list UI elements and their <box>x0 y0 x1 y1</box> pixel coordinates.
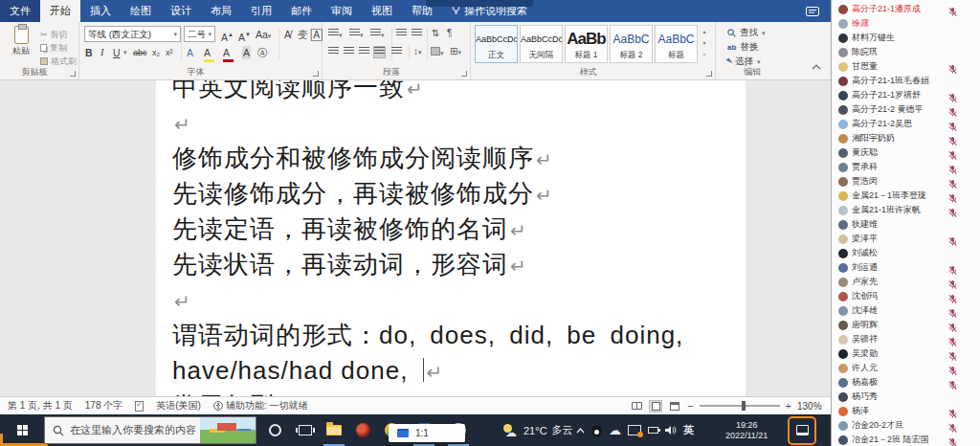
numbering-icon[interactable]: ▾ <box>349 29 364 39</box>
participant-row[interactable]: 湘阳宇奶奶 <box>832 131 980 145</box>
document-line[interactable]: 修饰成分和被修饰成分阅读顺序↵ <box>172 141 746 176</box>
document-canvas[interactable]: 中英文阅读顺序一致↵ ↵ 修饰成分和被修饰成分阅读顺序↵ 先读修饰成分，再读被修… <box>0 80 831 396</box>
multilevel-list-icon[interactable]: ▾ <box>370 29 385 39</box>
mic-muted-icon[interactable] <box>948 205 957 215</box>
participant-row[interactable]: 吴疆祥 <box>832 332 980 346</box>
styles-scroll-up-icon[interactable]: ▴ <box>700 26 709 37</box>
increase-indent-icon[interactable] <box>412 29 422 39</box>
action-center-button[interactable] <box>788 416 816 445</box>
mic-muted-icon[interactable] <box>948 133 957 144</box>
bold-button[interactable]: B <box>85 46 93 59</box>
shrink-font-button[interactable]: A▼ <box>238 28 251 44</box>
ribbon-tab[interactable]: 设计 <box>161 0 201 22</box>
participant-row[interactable]: 杨泽 <box>832 404 980 418</box>
read-mode-icon[interactable] <box>630 400 643 413</box>
font-name-select[interactable]: 等线 (西文正文)▾ <box>84 26 181 42</box>
taskbar-search-input[interactable]: 在这里输入你要搜索的内容 <box>44 416 256 444</box>
file-explorer-button[interactable] <box>320 414 348 446</box>
style-card[interactable]: AaBbCcDc 无间隔 <box>520 25 563 63</box>
web-layout-icon[interactable] <box>668 400 681 413</box>
mic-muted-icon[interactable] <box>948 363 957 373</box>
underline-button[interactable]: U <box>113 46 121 59</box>
collapse-ribbon-icon[interactable] <box>812 56 821 74</box>
participant-row[interactable]: 高分子21-2 黄德平 <box>832 102 980 117</box>
style-card[interactable]: AaBbC 标题 2 <box>610 25 653 63</box>
highlight-button[interactable]: A <box>204 46 214 62</box>
mic-muted-icon[interactable] <box>948 406 957 416</box>
cortana-button[interactable] <box>260 414 289 446</box>
mic-muted-icon[interactable] <box>948 277 957 287</box>
display-share-icon[interactable] <box>628 425 641 435</box>
grow-font-button[interactable]: A▲ <box>221 28 234 44</box>
participant-row[interactable]: 徐露 <box>832 16 980 31</box>
italic-button[interactable]: I <box>100 46 104 59</box>
copy-button[interactable]: 复制 <box>40 41 77 55</box>
participant-row[interactable]: 杨嘉极 <box>832 375 980 390</box>
document-page[interactable]: 中英文阅读顺序一致↵ ↵ 修饰成分和被修饰成分阅读顺序↵ 先读修饰成分，再读被修… <box>156 80 746 396</box>
character-shading-button[interactable]: A <box>242 46 251 59</box>
mic-muted-icon[interactable] <box>948 147 957 158</box>
task-view-button[interactable] <box>291 414 320 446</box>
change-case-button[interactable]: Aa▾ <box>256 28 271 43</box>
accessibility-status[interactable]: 辅助功能: 一切就绪 <box>213 399 308 413</box>
participant-row[interactable]: 许人元 <box>832 361 980 375</box>
styles-dialog-launcher[interactable] <box>706 71 712 77</box>
mic-muted-icon[interactable] <box>948 334 957 345</box>
cut-button[interactable]: ✂剪切 <box>40 28 77 41</box>
title-search-box[interactable] <box>426 0 533 7</box>
align-center-icon[interactable] <box>344 47 354 57</box>
mic-muted-icon[interactable] <box>948 176 957 187</box>
participant-row[interactable]: 沈泽雄 <box>832 303 980 318</box>
cloud-sync-icon[interactable]: ☁ <box>609 423 621 437</box>
red-app-button[interactable] <box>348 414 377 446</box>
zoom-ratio-popup[interactable]: 1:1 <box>389 424 465 442</box>
participant-row[interactable]: 黄庆聪 <box>832 145 980 160</box>
line-spacing-icon[interactable]: ↕▾ <box>413 46 422 56</box>
battery-icon[interactable] <box>648 427 658 434</box>
participant-row[interactable]: 冶金21－2班 陆宏国 <box>832 433 980 446</box>
zoom-level[interactable]: 130% <box>797 401 826 412</box>
superscript-button[interactable]: x² <box>166 46 173 59</box>
comment-icon[interactable] <box>806 5 819 22</box>
mic-muted-icon[interactable] <box>948 234 957 244</box>
font-color-button[interactable]: A <box>223 46 234 62</box>
style-card[interactable]: AaBbCcDc 正文 <box>475 25 518 63</box>
justify-icon[interactable] <box>374 47 385 57</box>
mic-muted-icon[interactable] <box>948 4 957 14</box>
participant-row[interactable]: 唐明辉 <box>832 318 980 332</box>
character-border-button[interactable]: 🄰 <box>311 28 323 41</box>
ribbon-tab[interactable]: 引用 <box>241 0 281 22</box>
decrease-indent-icon[interactable] <box>396 29 407 39</box>
document-line[interactable]: 先读状语，再读动词，形容词↵ <box>172 247 746 282</box>
font-size-select[interactable]: 二号▾ <box>184 26 215 42</box>
participant-row[interactable]: 冶金20-2才旦 <box>832 418 980 433</box>
hidden-icons-chevron[interactable] <box>576 428 585 434</box>
mic-muted-icon[interactable] <box>948 320 957 330</box>
mic-muted-icon[interactable] <box>948 104 957 115</box>
chevron-down-icon[interactable]: ▾ <box>123 46 127 59</box>
mic-muted-icon[interactable] <box>948 291 957 301</box>
mic-muted-icon[interactable] <box>948 377 957 388</box>
strikethrough-button[interactable]: abc <box>133 46 147 59</box>
paste-button[interactable]: 粘贴 <box>6 26 36 57</box>
participant-row[interactable]: 狄建维 <box>832 217 980 232</box>
participant-row[interactable]: 刘运通 <box>832 260 980 275</box>
sort-icon[interactable]: ⇅ <box>432 28 439 38</box>
mic-muted-icon[interactable] <box>948 420 957 431</box>
style-card[interactable]: AaBbC 标题 <box>655 25 698 63</box>
participant-row[interactable]: 甘思童 <box>832 59 980 74</box>
participant-row[interactable]: 梁泽平 <box>832 232 980 246</box>
replace-button[interactable]: ab 替换 <box>727 40 766 55</box>
word-count[interactable]: 178 个字 <box>85 399 122 413</box>
align-left-icon[interactable] <box>328 47 339 57</box>
participant-row[interactable]: 高分子21-1罗禧舒 <box>832 88 980 102</box>
participant-row[interactable]: 贾浩闵 <box>832 174 980 189</box>
paragraph-dialog-launcher[interactable] <box>461 71 467 77</box>
styles-more-icon[interactable]: ▿ <box>700 49 709 60</box>
start-button[interactable] <box>0 414 44 446</box>
participant-row[interactable]: 刘诚松 <box>832 246 980 260</box>
borders-icon[interactable]: ⊞▾ <box>450 46 461 56</box>
ribbon-tab[interactable]: 绘图 <box>121 0 161 22</box>
mic-muted-icon[interactable] <box>948 305 957 316</box>
ribbon-tab[interactable]: 邮件 <box>281 0 322 22</box>
